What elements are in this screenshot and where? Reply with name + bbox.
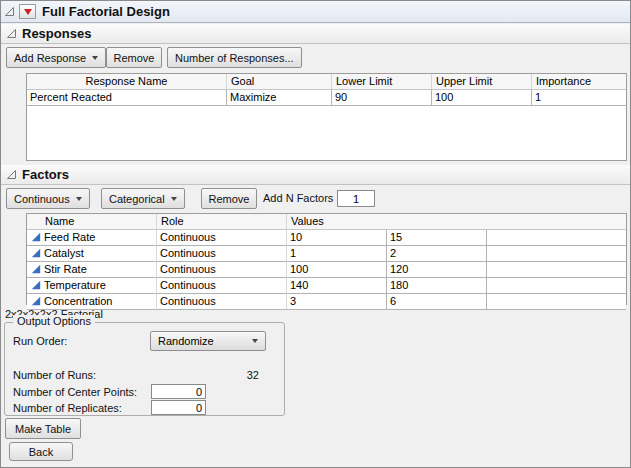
chevron-down-icon — [76, 197, 82, 201]
factor-role-cell[interactable]: Continuous — [157, 246, 287, 262]
factor-low-value-cell[interactable]: 140 — [287, 278, 387, 294]
column-header-upper-limit: Upper Limit — [432, 74, 532, 89]
add-n-factors-input[interactable] — [337, 190, 375, 207]
factors-table: Name Role Values Feed Rate Continuous 10… — [26, 213, 627, 305]
column-header-importance: Importance — [532, 74, 626, 89]
response-importance-cell[interactable]: 1 — [532, 90, 626, 106]
responses-section-title: Responses — [22, 26, 91, 41]
factor-row: Catalyst Continuous 1 2 — [27, 246, 626, 262]
page-title: Full Factorial Design — [42, 4, 170, 19]
factor-role-cell[interactable]: Continuous — [157, 230, 287, 246]
center-points-label: Number of Center Points: — [13, 386, 137, 398]
full-factorial-design-window: Full Factorial Design Responses Add Resp… — [0, 0, 631, 468]
factor-row: Temperature Continuous 140 180 — [27, 278, 626, 294]
factor-role-cell[interactable]: Continuous — [157, 294, 287, 310]
title-bar: Full Factorial Design — [1, 1, 630, 23]
factor-high-value-cell[interactable]: 15 — [387, 230, 487, 246]
factor-name-cell[interactable]: Catalyst — [27, 246, 157, 262]
replicates-input[interactable] — [151, 400, 206, 415]
factor-row-filler — [487, 230, 626, 246]
factors-section-header: Factors — [1, 165, 630, 185]
response-goal-cell[interactable]: Maximize — [227, 90, 332, 106]
continuous-button[interactable]: Continuous — [6, 188, 90, 209]
factor-high-value-cell[interactable]: 120 — [387, 262, 487, 278]
continuous-factor-icon — [31, 280, 41, 290]
factor-row-filler — [487, 262, 626, 278]
disclosure-triangle-icon[interactable] — [6, 28, 17, 39]
continuous-factor-icon — [31, 232, 41, 242]
column-header-name: Name — [27, 214, 157, 229]
disclosure-triangle-icon[interactable] — [4, 6, 15, 17]
remove-response-button[interactable]: Remove — [106, 47, 162, 68]
continuous-factor-icon — [31, 264, 41, 274]
replicates-label: Number of Replicates: — [13, 402, 122, 414]
column-header-response-name: Response Name — [27, 74, 227, 89]
factor-row-filler — [487, 294, 626, 310]
add-n-factors-label: Add N Factors — [263, 192, 333, 204]
column-header-values: Values — [287, 214, 626, 229]
continuous-factor-icon — [31, 296, 41, 306]
factor-row-filler — [487, 246, 626, 262]
chevron-down-icon — [171, 197, 177, 201]
add-response-button[interactable]: Add Response — [6, 47, 106, 68]
column-header-lower-limit: Lower Limit — [332, 74, 432, 89]
factor-name-cell[interactable]: Temperature — [27, 278, 157, 294]
factor-row: Feed Rate Continuous 10 15 — [27, 230, 626, 246]
factor-name-cell[interactable]: Feed Rate — [27, 230, 157, 246]
factor-high-value-cell[interactable]: 6 — [387, 294, 487, 310]
run-order-value: Randomize — [158, 335, 214, 347]
factor-name-cell[interactable]: Stir Rate — [27, 262, 157, 278]
factor-low-value-cell[interactable]: 3 — [287, 294, 387, 310]
factor-high-value-cell[interactable]: 2 — [387, 246, 487, 262]
continuous-factor-icon — [31, 248, 41, 258]
factors-section-title: Factors — [22, 167, 69, 182]
factor-high-value-cell[interactable]: 180 — [387, 278, 487, 294]
red-triangle-icon — [24, 9, 32, 15]
factor-row: Concentration Continuous 3 6 — [27, 294, 626, 310]
output-options-group: Output Options Run Order: Randomize Numb… — [4, 322, 285, 416]
factor-low-value-cell[interactable]: 1 — [287, 246, 387, 262]
make-table-button[interactable]: Make Table — [5, 418, 81, 439]
back-button[interactable]: Back — [9, 442, 73, 461]
factor-low-value-cell[interactable]: 10 — [287, 230, 387, 246]
responses-table-header: Response Name Goal Lower Limit Upper Lim… — [27, 74, 626, 90]
remove-factor-button[interactable]: Remove — [201, 188, 257, 209]
column-header-role: Role — [157, 214, 287, 229]
categorical-button[interactable]: Categorical — [101, 188, 185, 209]
red-triangle-menu-button[interactable] — [19, 4, 36, 19]
center-points-input[interactable] — [151, 384, 206, 399]
run-order-dropdown[interactable]: Randomize — [150, 331, 266, 351]
number-of-responses-button[interactable]: Number of Responses... — [167, 47, 302, 68]
disclosure-triangle-icon[interactable] — [6, 169, 17, 180]
factor-role-cell[interactable]: Continuous — [157, 262, 287, 278]
responses-section-header: Responses — [1, 24, 630, 44]
factor-row: Stir Rate Continuous 100 120 — [27, 262, 626, 278]
responses-table: Response Name Goal Lower Limit Upper Lim… — [26, 73, 627, 161]
run-order-label: Run Order: — [13, 335, 67, 347]
factor-low-value-cell[interactable]: 100 — [287, 262, 387, 278]
output-options-title: Output Options — [13, 315, 95, 327]
factors-table-header: Name Role Values — [27, 214, 626, 230]
chevron-down-icon — [252, 339, 258, 343]
response-name-cell[interactable]: Percent Reacted — [27, 90, 227, 106]
response-lower-limit-cell[interactable]: 90 — [332, 90, 432, 106]
column-header-goal: Goal — [227, 74, 332, 89]
number-of-runs-label: Number of Runs: — [13, 369, 96, 381]
number-of-runs-value: 32 — [195, 369, 259, 381]
response-row: Percent Reacted Maximize 90 100 1 — [27, 90, 626, 106]
chevron-down-icon — [92, 56, 98, 60]
factor-role-cell[interactable]: Continuous — [157, 278, 287, 294]
factor-row-filler — [487, 278, 626, 294]
response-upper-limit-cell[interactable]: 100 — [432, 90, 532, 106]
